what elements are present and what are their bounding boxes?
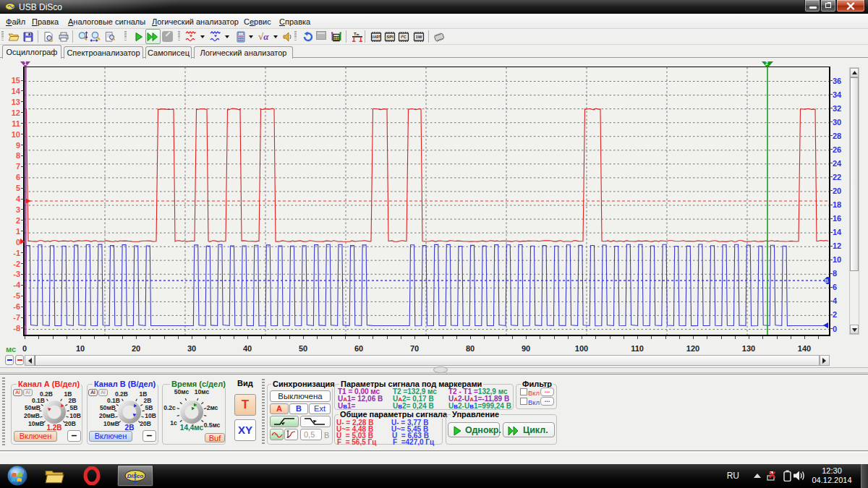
svg-text:I²C: I²C	[401, 35, 406, 39]
svg-text:Tₘ: Tₘ	[354, 32, 359, 36]
svg-text:B: B	[825, 278, 828, 284]
svg-text:SPI: SPI	[386, 35, 393, 39]
svg-text:UART: UART	[372, 35, 381, 39]
svg-text:1W: 1W	[416, 35, 422, 39]
